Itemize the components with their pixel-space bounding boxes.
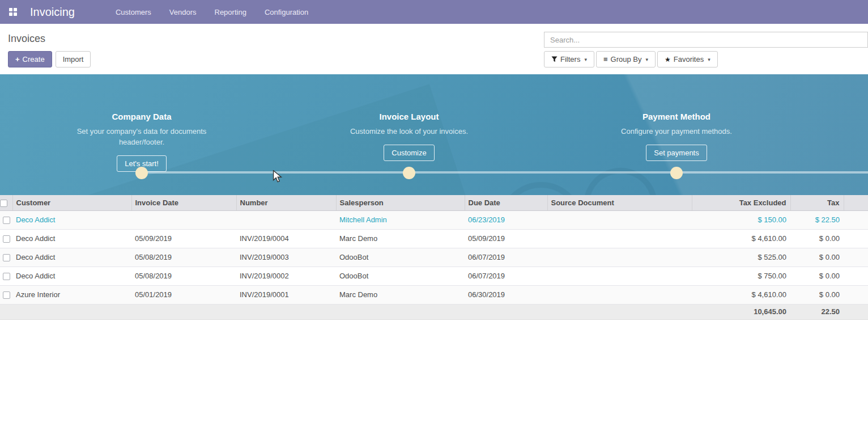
nav-menu: Customers Vendors Reporting Configuratio… <box>107 1 317 23</box>
select-all-checkbox[interactable] <box>0 200 7 207</box>
nav-item-customers[interactable]: Customers <box>107 1 160 23</box>
select-all-header <box>0 195 12 210</box>
apps-menu-icon[interactable] <box>9 8 18 16</box>
cell-number: INV/2019/0002 <box>236 267 336 285</box>
table-row[interactable]: Azure Interior 05/01/2019 INV/2019/0001 … <box>0 285 868 304</box>
banner-decor-glasses <box>577 161 664 195</box>
onboarding-step-invoice-layout: Invoice Layout Customize the look of you… <box>324 74 494 161</box>
banner-decor-glasses <box>499 182 584 195</box>
search-input[interactable] <box>544 32 868 48</box>
step-title: Invoice Layout <box>324 112 494 121</box>
top-navbar: Invoicing Customers Vendors Reporting Co… <box>0 0 868 24</box>
total-tax: 22.50 <box>790 304 844 319</box>
cell-salesperson: Marc Demo <box>336 229 465 248</box>
customize-button[interactable]: Customize <box>384 145 434 161</box>
cell-due-date: 06/07/2019 <box>465 248 547 267</box>
cell-tax: $ 0.00 <box>790 267 844 285</box>
column-header-number[interactable]: Number <box>236 195 336 210</box>
favorites-button[interactable]: ★ Favorites ▾ <box>657 51 718 67</box>
column-header-salesperson[interactable]: Salesperson <box>336 195 465 210</box>
import-button[interactable]: Import <box>56 51 91 67</box>
group-by-button[interactable]: ≡ Group By ▾ <box>596 51 656 67</box>
column-header-source-document[interactable]: Source Document <box>547 195 692 210</box>
invoices-table: Customer Invoice Date Number Salesperson… <box>0 195 868 320</box>
cell-tax-excluded: $ 4,610.00 <box>692 229 790 248</box>
plus-icon: + <box>15 55 20 64</box>
control-panel: Invoices + Create Import Filters ▾ ≡ Gro… <box>0 24 868 74</box>
step-title: Company Data <box>57 112 227 121</box>
step-description: Customize the look of your invoices. <box>344 126 474 137</box>
nav-item-configuration[interactable]: Configuration <box>256 1 317 23</box>
filter-icon <box>551 56 558 62</box>
total-tax-excluded: 10,645.00 <box>692 304 790 319</box>
cell-salesperson: Marc Demo <box>336 285 465 304</box>
cell-invoice-date: 05/01/2019 <box>131 285 236 304</box>
onboarding-banner: Company Data Set your company's data for… <box>0 74 868 195</box>
cell-due-date: 06/07/2019 <box>465 267 547 285</box>
group-by-icon: ≡ <box>603 55 608 64</box>
cell-due-date: 05/09/2019 <box>465 229 547 248</box>
nav-item-reporting[interactable]: Reporting <box>206 1 256 23</box>
cell-source-document <box>547 267 692 285</box>
cell-source-document <box>547 248 692 267</box>
cell-salesperson: OdooBot <box>336 267 465 285</box>
cell-tax-excluded: $ 750.00 <box>692 267 790 285</box>
table-row[interactable]: Deco Addict 05/09/2019 INV/2019/0004 Mar… <box>0 229 868 248</box>
cell-tax: $ 0.00 <box>790 229 844 248</box>
create-button[interactable]: + Create <box>8 51 52 67</box>
filters-button-label: Filters <box>560 55 580 64</box>
set-payments-button[interactable]: Set payments <box>646 145 707 161</box>
table-row[interactable]: Deco Addict Mitchell Admin 06/23/2019 $ … <box>0 210 868 229</box>
filters-button[interactable]: Filters ▾ <box>544 51 594 67</box>
cell-customer: Deco Addict <box>12 210 131 229</box>
cell-number: INV/2019/0003 <box>236 248 336 267</box>
cell-tax-excluded: $ 4,610.00 <box>692 285 790 304</box>
cell-number: INV/2019/0004 <box>236 229 336 248</box>
column-header-customer[interactable]: Customer <box>12 195 131 210</box>
step-dot <box>135 167 148 179</box>
row-checkbox[interactable] <box>3 235 10 243</box>
table-row[interactable]: Deco Addict 05/08/2019 INV/2019/0003 Odo… <box>0 248 868 267</box>
nav-item-vendors[interactable]: Vendors <box>160 1 206 23</box>
column-header-invoice-date[interactable]: Invoice Date <box>131 195 236 210</box>
cell-tax-excluded: $ 150.00 <box>692 210 790 229</box>
row-checkbox[interactable] <box>3 254 10 261</box>
table-row[interactable]: Deco Addict 05/08/2019 INV/2019/0002 Odo… <box>0 267 868 285</box>
create-button-label: Create <box>23 55 45 64</box>
cell-invoice-date: 05/08/2019 <box>131 267 236 285</box>
cell-invoice-date: 05/08/2019 <box>131 248 236 267</box>
column-header-spacer <box>844 195 868 210</box>
step-description: Set your company's data for documents he… <box>76 126 207 147</box>
column-header-tax-excluded[interactable]: Tax Excluded <box>692 195 790 210</box>
cell-number: INV/2019/0001 <box>236 285 336 304</box>
cell-source-document <box>547 210 692 229</box>
import-button-label: Import <box>63 55 84 64</box>
cell-due-date: 06/23/2019 <box>465 210 547 229</box>
cell-customer: Deco Addict <box>12 229 131 248</box>
step-dot <box>403 167 415 179</box>
row-checkbox[interactable] <box>3 291 10 299</box>
row-checkbox[interactable] <box>3 217 10 224</box>
step-description: Configure your payment methods. <box>611 126 742 137</box>
cell-source-document <box>547 229 692 248</box>
cell-number <box>236 210 336 229</box>
table-header-row: Customer Invoice Date Number Salesperson… <box>0 195 868 210</box>
cell-salesperson: Mitchell Admin <box>336 210 465 229</box>
page-title: Invoices <box>8 33 45 45</box>
onboarding-step-payment-method: Payment Method Configure your payment me… <box>592 74 761 161</box>
app-brand[interactable]: Invoicing <box>30 6 75 19</box>
cell-source-document <box>547 285 692 304</box>
chevron-down-icon: ▾ <box>645 57 648 62</box>
cell-customer: Deco Addict <box>12 267 131 285</box>
row-checkbox[interactable] <box>3 273 10 280</box>
favorites-button-label: Favorites <box>674 55 704 64</box>
onboarding-step-company-data: Company Data Set your company's data for… <box>57 74 227 172</box>
column-header-tax[interactable]: Tax <box>790 195 844 210</box>
cell-tax: $ 22.50 <box>790 210 844 229</box>
onboarding-progress-line <box>142 171 868 174</box>
cell-due-date: 06/30/2019 <box>465 285 547 304</box>
cell-invoice-date: 05/09/2019 <box>131 229 236 248</box>
step-title: Payment Method <box>592 112 761 121</box>
column-header-due-date[interactable]: Due Date <box>465 195 547 210</box>
cell-customer: Deco Addict <box>12 248 131 267</box>
